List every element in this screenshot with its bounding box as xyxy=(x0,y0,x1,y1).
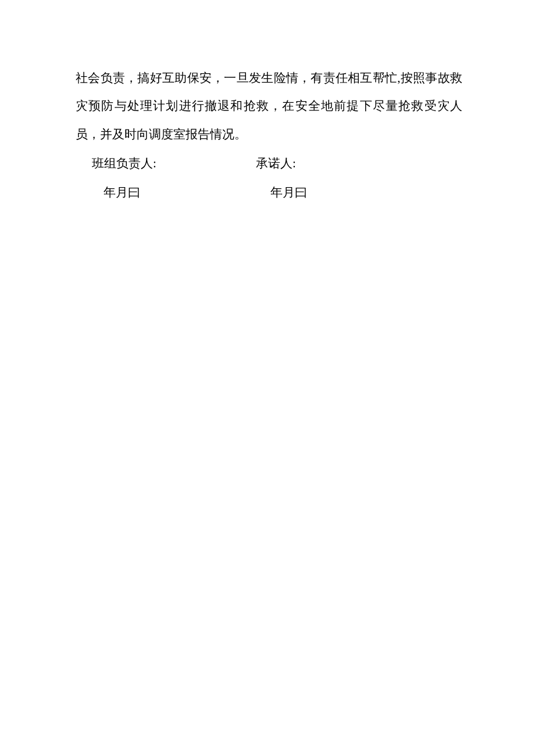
document-content: 社会负责，搞好互助保安，一旦发生险情，有责任相互帮忙,按照事故救灾预防与处理计划… xyxy=(76,64,462,206)
signature-row: 班组负责人: 承诺人: xyxy=(76,149,462,177)
paragraph-body: 社会负责，搞好互助保安，一旦发生险情，有责任相互帮忙,按照事故救灾预防与处理计划… xyxy=(76,64,462,148)
promiser-signature-label: 承诺人: xyxy=(256,149,296,177)
date-row: 年月曰 年月曰 xyxy=(76,178,462,206)
date-right: 年月曰 xyxy=(270,178,307,206)
date-left: 年月曰 xyxy=(76,178,270,206)
leader-signature-label: 班组负责人: xyxy=(76,149,256,177)
